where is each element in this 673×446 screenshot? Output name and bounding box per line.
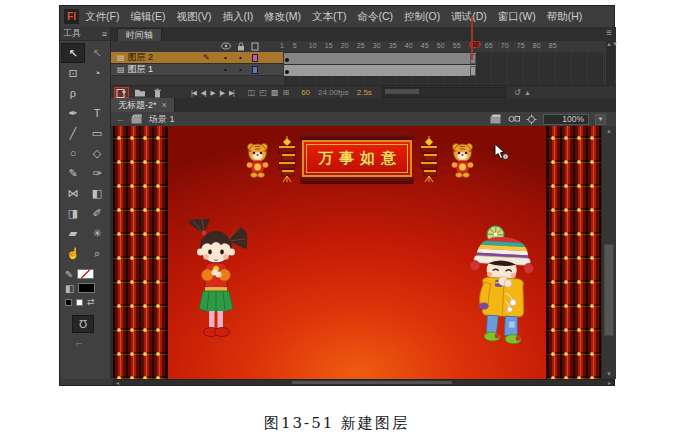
- menu-item-5[interactable]: 修改(M): [264, 10, 301, 24]
- eraser-tool[interactable]: ▰: [61, 223, 85, 243]
- scene-label[interactable]: 场景 1: [149, 113, 175, 126]
- outline-color-chip[interactable]: [252, 66, 258, 74]
- menu-item-2[interactable]: 编辑(E): [130, 10, 165, 24]
- playhead[interactable]: [471, 16, 473, 60]
- layer-name[interactable]: 图层 1: [128, 63, 154, 76]
- 3d-rotation-tool[interactable]: ◔: [85, 63, 109, 83]
- menu-item-8[interactable]: 控制(O): [404, 10, 440, 24]
- keyframe-dot[interactable]: [285, 70, 289, 74]
- fill-color-swatch[interactable]: [78, 283, 95, 293]
- swap-colors-icon[interactable]: ⇄: [87, 297, 95, 307]
- visibility-dot[interactable]: •: [224, 53, 227, 62]
- new-folder-button[interactable]: [132, 87, 147, 98]
- selection-tool[interactable]: ↖: [61, 43, 85, 63]
- rectangle-tool[interactable]: ▭: [85, 123, 109, 143]
- zoom-tool[interactable]: ⌕: [85, 243, 109, 263]
- playback-icon-2[interactable]: ◀|: [201, 89, 206, 97]
- timeline-panel-menu-icon[interactable]: ≡: [606, 27, 612, 38]
- bone-tool[interactable]: ⋈: [61, 183, 85, 203]
- banner-text: 万事如意: [312, 149, 402, 168]
- tool-spacer: [85, 83, 109, 103]
- frame-end-marker[interactable]: [470, 66, 476, 76]
- frame-rate-value[interactable]: 24.00fps: [318, 88, 349, 97]
- polystar-tool[interactable]: ◇: [85, 143, 109, 163]
- scroll-up-icon[interactable]: ▴: [602, 127, 616, 135]
- frame-span-图层 2[interactable]: [284, 53, 476, 64]
- menu-item-7[interactable]: 命令(C): [358, 10, 394, 24]
- playback-icon-1[interactable]: |◀: [191, 89, 196, 97]
- playback-icon-5[interactable]: ▶|: [229, 89, 234, 97]
- layer-row-图层 1[interactable]: ▤图层 1••: [111, 64, 283, 76]
- text-tool[interactable]: T: [85, 103, 109, 123]
- document-tab[interactable]: 无标题-2* ×: [111, 98, 175, 112]
- close-icon[interactable]: ×: [162, 100, 167, 110]
- no-color-icon[interactable]: [76, 299, 83, 306]
- onion-skin-icon-1[interactable]: ◫: [248, 88, 256, 97]
- stage-hscroll-thumb[interactable]: [292, 381, 452, 384]
- menu-item-6[interactable]: 文本(T): [312, 10, 346, 24]
- center-stage-icon[interactable]: [526, 114, 537, 125]
- scroll-left-icon[interactable]: ◂: [116, 379, 119, 386]
- back-icon[interactable]: ←: [116, 114, 125, 124]
- tab-timeline[interactable]: 时间轴: [117, 28, 162, 42]
- visibility-column-icon[interactable]: [221, 42, 231, 50]
- stage-hscrollbar[interactable]: ◂ ▸: [113, 379, 614, 386]
- delete-layer-button[interactable]: [150, 87, 165, 98]
- scroll-down-icon[interactable]: ▾: [602, 370, 616, 378]
- greeting-banner: 万事如意: [302, 140, 412, 177]
- paint-bucket-tool[interactable]: ◧: [85, 183, 109, 203]
- stage-vscrollbar[interactable]: ▴ ▾: [601, 126, 616, 379]
- new-layer-button[interactable]: [114, 87, 129, 98]
- line-tool[interactable]: ╱: [61, 123, 85, 143]
- eyedropper-tool[interactable]: ✐: [85, 203, 109, 223]
- panel-menu-icon[interactable]: ≡: [102, 29, 107, 39]
- timeline-vscroll[interactable]: ▲▼: [606, 41, 615, 85]
- free-transform-tool[interactable]: ⊡: [61, 63, 85, 83]
- timeline-hscroll-thumb[interactable]: [385, 89, 419, 94]
- brush-tool[interactable]: ✑: [85, 163, 109, 183]
- outline-column-icon[interactable]: [251, 42, 259, 51]
- timeline-hscrollbar[interactable]: [382, 87, 506, 98]
- hand-tool-icon: ☝: [66, 247, 80, 260]
- lasso-tool[interactable]: ρ: [61, 83, 85, 103]
- scroll-right-icon[interactable]: ▸: [608, 379, 611, 386]
- menu-item-3[interactable]: 视图(V): [176, 10, 211, 24]
- lock-dot[interactable]: •: [239, 53, 242, 62]
- playback-icon-3[interactable]: ▶: [210, 89, 214, 97]
- menu-item-11[interactable]: 帮助(H): [547, 10, 583, 24]
- snap-to-objects-button[interactable]: Ω: [72, 315, 94, 333]
- edit-scene-icon[interactable]: [490, 114, 502, 124]
- pen-tool-icon: ✒: [68, 107, 77, 120]
- onion-skin-icon-4[interactable]: ⊞: [282, 88, 289, 97]
- timeline-misc-icon-1[interactable]: ↺: [514, 88, 521, 97]
- menu-item-1[interactable]: 文件(F): [85, 10, 119, 24]
- deco-tool[interactable]: ✳: [85, 223, 109, 243]
- edit-symbols-icon[interactable]: [508, 114, 520, 124]
- chevron-down-icon[interactable]: ▾: [595, 114, 606, 125]
- onion-skin-icon-3[interactable]: ▩: [271, 88, 279, 97]
- subselection-tool[interactable]: ↖: [85, 43, 109, 63]
- ink-bottle-tool[interactable]: ◨: [61, 203, 85, 223]
- menu-item-4[interactable]: 插入(I): [222, 10, 253, 24]
- outline-color-chip[interactable]: [252, 54, 258, 62]
- default-colors-icon[interactable]: [65, 299, 72, 306]
- oval-tool[interactable]: ○: [61, 143, 85, 163]
- stroke-color-swatch[interactable]: [77, 269, 94, 279]
- pen-tool[interactable]: ✒: [61, 103, 85, 123]
- zoom-level-select[interactable]: 100%: [543, 114, 589, 125]
- visibility-dot[interactable]: •: [224, 65, 227, 74]
- lock-column-icon[interactable]: [237, 42, 245, 51]
- onion-skin-icon-2[interactable]: ◰: [259, 88, 267, 97]
- lock-dot[interactable]: •: [239, 65, 242, 74]
- menu-item-9[interactable]: 调试(D): [451, 10, 487, 24]
- keyframe-dot[interactable]: [285, 58, 289, 62]
- playback-icon-4[interactable]: |▶: [219, 89, 224, 97]
- stage-vscroll-thumb[interactable]: [604, 244, 614, 336]
- frame-span-图层 1[interactable]: [284, 65, 476, 76]
- timeline-misc-icon-2[interactable]: ▴: [526, 88, 530, 97]
- menu-item-10[interactable]: 窗口(W): [498, 10, 536, 24]
- stage-canvas[interactable]: 万事如意: [113, 126, 601, 379]
- hand-tool[interactable]: ☝: [61, 243, 85, 263]
- tool-option-icon: ⌐: [76, 337, 110, 349]
- pencil-tool[interactable]: ✎: [61, 163, 85, 183]
